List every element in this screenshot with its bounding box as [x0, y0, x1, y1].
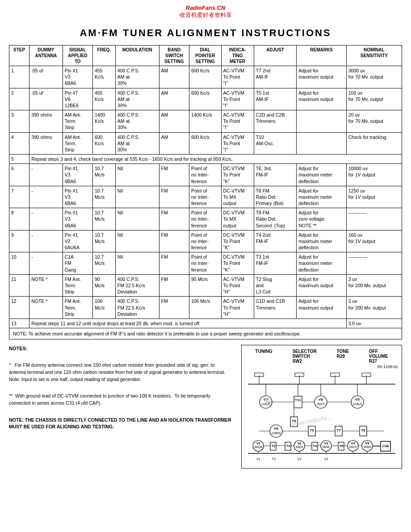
table-row: 1 .05 uf Pin #1V36BA6 455Kc/s 400 C.P.S.… [9, 66, 402, 88]
diag-label-tone: TONER29 [336, 349, 349, 364]
svg-text:T4: T4 [313, 444, 318, 448]
sensitivity-cell: 3 uvfor 200 Mv. output [346, 297, 402, 319]
table-row: 11 NOTE * FM Ant.Term.Strip 90Mc/s 400 C… [9, 274, 402, 297]
diag-label-selector: SELECTORSWITCHSW2 [292, 349, 316, 364]
svg-text:C36: C36 [382, 444, 389, 448]
remarks-cell [297, 110, 346, 133]
signal-cell: FM Ant.Term.Strip [63, 297, 92, 319]
table-row: 9 - Pin #1V26AU6A 10.7Mc/s Nil FM Point … [9, 230, 402, 252]
site-subtitle: 收音机爱好者资料库 [9, 11, 402, 19]
remarks-cell: Adjust formaximum output [297, 274, 346, 297]
meter-cell: DC-VTVMTo Point"K" [221, 230, 254, 252]
remarks-cell: Adjust formaximum output [297, 66, 346, 88]
svg-text:V2: V2 [297, 457, 301, 461]
meter-cell: AC-VTVMTo Point"I" [221, 132, 254, 155]
step-cell: 13 [9, 318, 29, 328]
col-signal: SIGNALAPPLIEDTO [63, 46, 92, 66]
svg-text:50C5: 50C5 [317, 402, 325, 406]
remarks-cell [297, 132, 346, 155]
step-cell: 6 [9, 164, 29, 186]
meter-cell: AC-VTVMTo Point"H" [221, 274, 254, 297]
step-cell: 11 [9, 274, 29, 297]
table-row: 12 NOTE * FM Ant.Term.Strip 106Mc/s 400 … [9, 297, 402, 319]
svg-text:6AQ8: 6AQ8 [255, 445, 262, 449]
freq-cell: 10.7Mc/s [92, 164, 115, 186]
table-row: 10 - C1AFMGang 10.7Mc/s Nil FM Point ofn… [9, 252, 402, 275]
note-star-text: For FM dummy antenna connect one 150 ohm… [9, 362, 225, 382]
svg-text:12BE6: 12BE6 [271, 431, 281, 435]
band-cell: FM [159, 208, 189, 230]
svg-text:6AU6: 6AU6 [296, 445, 303, 448]
page-title: AM·FM TUNER ALIGNMENT INSTRUCTIONS [9, 27, 402, 39]
signal-cell: Pin #1V36BA6 [63, 66, 92, 88]
band-cell: FM [159, 186, 189, 208]
span-text: Repeat steps 3 and 4, check band coverag… [29, 155, 402, 164]
antenna-cell: - [29, 208, 63, 230]
mod-cell: 400 C.P.S.FM 22.5 Kc/sDeviation [115, 274, 159, 297]
remarks-cell: Adjust formaximum meterdeflection [297, 230, 346, 252]
svg-text:V4: V4 [351, 442, 355, 445]
band-cell: FM [159, 230, 189, 252]
meter-cell: DC-VTVMTo MXoutput [221, 208, 254, 230]
dial-cell: Point ofno Inter-ference [189, 164, 221, 186]
table-row: 7 - Pin #1V36BA6 10.7Mc/s Nil FM Point o… [9, 186, 402, 208]
note-text: NOTE: To achieve more accurate alignment… [9, 328, 402, 339]
svg-text:T2: T2 [272, 457, 276, 461]
freq-cell: 10.7Mc/s [92, 208, 115, 230]
bottom-section: NOTES: * For FM dummy antenna connect on… [9, 345, 402, 469]
sensitivity-cell: 100 uvfor 70 Mv. output [346, 88, 402, 110]
meter-cell: DC-VTVMTo Point"K" [221, 252, 254, 275]
signal-cell: Pin #1V36BA6 [63, 208, 92, 230]
mod-cell: 400 C.P.S.AM at30% [115, 88, 159, 110]
sensitivity-cell: ------------ [346, 252, 402, 275]
remarks-cell: Adjust formaximum output [297, 88, 346, 110]
notes-section: NOTES: * For FM dummy antenna connect on… [9, 345, 232, 469]
antenna-cell: 390 ohms [29, 110, 63, 133]
dial-cell: 106 Mc/s [189, 297, 221, 319]
signal-cell: AM Ant.Term.Strip [63, 110, 92, 133]
table-row: 13 Repeat steps 11 and 12 until output d… [9, 318, 402, 328]
signal-cell: Pin #1V36BA6 [63, 186, 92, 208]
mod-cell: Nil [115, 186, 159, 208]
meter-cell: AC-VTVMTo Point"I" [221, 88, 254, 110]
freq-cell: 10.7Mc/s [92, 230, 115, 252]
dial-cell: 90 Mc/s [189, 274, 221, 297]
col-remarks: REMARKS [297, 46, 346, 66]
freq-cell: 455Kc/s [92, 88, 115, 110]
antenna-cell: 390 ohms [29, 132, 63, 155]
remarks-cell: Adjust formaximum meterdeflection [297, 164, 346, 186]
band-cell: AM [159, 110, 189, 133]
step-cell: 3 [9, 110, 29, 133]
antenna-cell: NOTE * [29, 274, 63, 297]
mod-cell: 400 C.P.S.AM at30% [115, 66, 159, 88]
dial-cell: 600 Kc/s [189, 66, 221, 88]
dial-cell: Point ofno Inter-ference [189, 208, 221, 230]
meter-cell: AC-VTVMTo Point"I" [221, 110, 254, 133]
col-step: STEP [9, 46, 29, 66]
signal-cell: FM Ant.Term.Strip [63, 274, 92, 297]
diagram-section: TUNING SELECTORSWITCHSW2 TONER29 OFFVOLU… [241, 345, 402, 469]
sensitivity-cell: 20 uvfor 70 Mv. output [346, 110, 402, 133]
mod-cell: Nil [115, 252, 159, 275]
sensitivity-cell: 3 uvfor 200 Mv. output [346, 274, 402, 297]
note-doublestar-marker: ** [9, 393, 14, 398]
antenna-cell: .05 uf [29, 88, 63, 110]
svg-text:6BA6: 6BA6 [323, 445, 330, 448]
mod-cell: 400 C.P.S.AM at30% [115, 110, 159, 133]
adjust-cell: C2D and C2BTrimmers [254, 110, 297, 133]
svg-text:T3: T3 [286, 444, 290, 448]
svg-text:12AV6: 12AV6 [261, 402, 271, 406]
table-row: 4 390 ohms AM Ant.Term.Strip 600Kc/s 400… [9, 132, 402, 155]
dial-cell: Point ofno Inter-ference [189, 252, 221, 275]
remarks-cell: Adjust formaximum meterdeflection [297, 252, 346, 275]
svg-text:35W4: 35W4 [364, 445, 371, 448]
adjust-cell: T6, 3rd.FM-IF [254, 164, 297, 186]
svg-text:V8: V8 [319, 398, 323, 402]
svg-text:V3: V3 [324, 442, 328, 445]
col-adjust: ADJUST [254, 46, 297, 66]
table-row: 3 390 ohms AM Ant.Term.Strip 1400Kc/s 40… [9, 110, 402, 133]
diagram-title-row: TUNING SELECTORSWITCHSW2 TONER29 OFFVOLU… [245, 349, 398, 364]
antenna-cell: - [29, 252, 63, 275]
svg-text:www.radiofa...: www.radiofa... [289, 414, 333, 428]
col-mod: MODULATION [115, 46, 159, 66]
